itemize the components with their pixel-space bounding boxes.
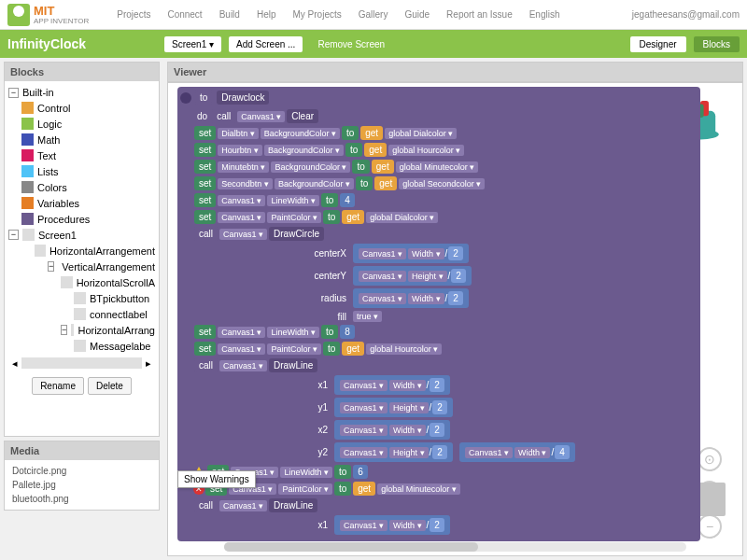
blocks-canvas[interactable]: ⊙ + − toDrawclock docallCanvas1 ▾Clear s… <box>167 82 743 556</box>
nav-help[interactable]: Help <box>257 9 276 20</box>
procedure-block[interactable]: toDrawclock docallCanvas1 ▾Clear setDial… <box>177 87 700 541</box>
media-item[interactable]: bluetooth.png <box>8 492 155 506</box>
blocks-tree[interactable]: −Built-in ControlLogicMathTextListsColor… <box>5 81 159 436</box>
gear-icon[interactable] <box>180 92 191 104</box>
screen-icon <box>22 229 35 241</box>
nav-connect[interactable]: Connect <box>167 9 202 20</box>
zoom-out-icon[interactable]: − <box>698 514 722 539</box>
viewer-header: Viewer <box>167 62 743 82</box>
canvas-h-scroll[interactable] <box>224 542 686 552</box>
builtin-label[interactable]: Built-in <box>22 87 54 98</box>
logo: MIT APP INVENTOR <box>7 4 89 26</box>
component-icon <box>71 324 74 336</box>
zoom-target-icon[interactable]: ⊙ <box>698 447 722 471</box>
nav-myprojects[interactable]: My Projects <box>292 9 341 20</box>
media-list: Dotcircle.pngPallete.jpgbluetooth.png <box>5 460 159 510</box>
top-nav: Projects Connect Build Help My Projects … <box>117 9 632 20</box>
user-email[interactable]: jegatheesans@gmail.com <box>632 9 740 20</box>
component-icon <box>74 292 86 304</box>
warning-tooltip[interactable]: Show Warnings <box>177 470 256 488</box>
app-name: MIT <box>34 5 89 17</box>
category-color-icon <box>21 165 34 177</box>
nav-english[interactable]: English <box>529 9 560 20</box>
collapse-icon[interactable]: − <box>8 88 19 98</box>
builtin-math[interactable]: Math <box>8 132 155 147</box>
category-color-icon <box>21 213 34 225</box>
component-node[interactable]: −HorizontalArrang <box>8 322 155 338</box>
trash-icon[interactable] <box>698 483 726 516</box>
screen-node[interactable]: Screen1 <box>38 230 77 241</box>
builtin-lists[interactable]: Lists <box>8 163 155 179</box>
blocks-panel-header: Blocks <box>5 63 159 81</box>
media-item[interactable]: Dotcircle.png <box>8 464 155 478</box>
component-icon <box>61 276 73 288</box>
collapse-icon[interactable]: − <box>61 325 67 335</box>
collapse-icon[interactable]: − <box>48 261 54 272</box>
category-color-icon <box>21 149 34 161</box>
app-sub: APP INVENTOR <box>34 17 89 25</box>
category-color-icon <box>21 133 34 146</box>
media-item[interactable]: Pallete.jpg <box>8 478 155 492</box>
rename-button[interactable]: Rename <box>32 377 84 395</box>
component-node[interactable]: −VerticalArrangement <box>8 259 155 274</box>
nav-report[interactable]: Report an Issue <box>446 9 513 20</box>
add-screen-button[interactable]: Add Screen ... <box>229 36 303 52</box>
builtin-control[interactable]: Control <box>8 100 155 116</box>
component-icon <box>74 340 86 352</box>
screen-selector[interactable]: Screen1 ▾ <box>164 36 221 52</box>
nav-gallery[interactable]: Gallery <box>359 9 388 20</box>
project-name: InfinityClock <box>7 36 157 51</box>
component-icon <box>35 245 46 257</box>
component-node[interactable]: BTpickbutton <box>8 290 155 306</box>
category-color-icon <box>21 118 34 130</box>
logo-icon <box>7 4 30 26</box>
category-color-icon <box>21 181 34 193</box>
component-icon <box>74 308 86 320</box>
delete-button[interactable]: Delete <box>88 377 132 395</box>
builtin-procedures[interactable]: Procedures <box>8 211 155 227</box>
tree-h-scroll[interactable]: ◂▸ <box>8 354 155 373</box>
category-color-icon <box>21 197 34 209</box>
nav-projects[interactable]: Projects <box>117 9 150 20</box>
component-node[interactable]: HorizontalScrollA <box>8 274 155 290</box>
designer-button[interactable]: Designer <box>630 36 686 52</box>
nav-guide[interactable]: Guide <box>404 9 430 20</box>
builtin-colors[interactable]: Colors <box>8 179 155 195</box>
component-node[interactable]: connectlabel <box>8 306 155 322</box>
remove-screen-button[interactable]: Remove Screen <box>310 36 392 52</box>
component-node[interactable]: HorizontalArrangement <box>8 243 155 259</box>
collapse-icon[interactable]: − <box>8 230 19 240</box>
blocks-button[interactable]: Blocks <box>694 36 740 52</box>
builtin-logic[interactable]: Logic <box>8 116 155 132</box>
media-panel-header: Media <box>5 441 159 460</box>
builtin-variables[interactable]: Variables <box>8 195 155 211</box>
component-node[interactable]: Messagelabe <box>8 338 155 354</box>
category-color-icon <box>21 102 34 114</box>
nav-build[interactable]: Build <box>219 9 240 20</box>
builtin-text[interactable]: Text <box>8 147 155 163</box>
